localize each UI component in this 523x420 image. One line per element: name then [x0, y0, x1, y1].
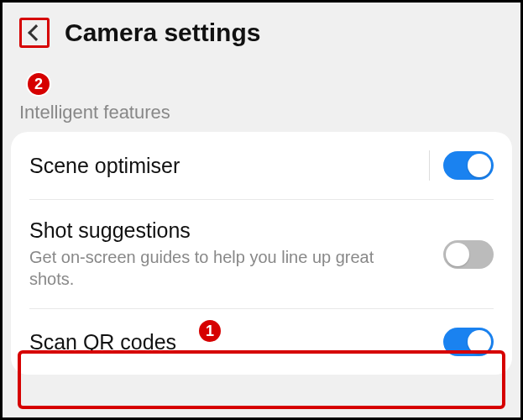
setting-scan-qr-codes[interactable]: Scan QR codes [29, 309, 494, 375]
setting-shot-suggestions[interactable]: Shot suggestions Get on-screen guides to… [29, 200, 494, 309]
toggle-wrap [429, 150, 494, 181]
toggle-scan-qr-codes[interactable] [443, 328, 494, 356]
page-title: Camera settings [65, 18, 260, 47]
toggle-thumb [468, 154, 491, 177]
setting-label: Shot suggestions [29, 218, 443, 243]
header-bar: Camera settings [3, 3, 520, 63]
annotation-badge-2: 2 [26, 71, 51, 97]
toggle-wrap [443, 328, 494, 356]
setting-text: Shot suggestions Get on-screen guides to… [29, 218, 443, 290]
annotation-badge-1: 1 [197, 318, 222, 344]
toggle-shot-suggestions[interactable] [443, 240, 494, 269]
toggle-thumb [468, 330, 491, 354]
back-button[interactable] [19, 18, 50, 48]
setting-label: Scan QR codes [29, 330, 443, 354]
setting-scene-optimiser[interactable]: Scene optimiser [29, 132, 494, 200]
chevron-left-icon [28, 24, 44, 41]
toggle-wrap [443, 240, 494, 269]
setting-text: Scene optimiser [29, 154, 429, 178]
toggle-divider [429, 150, 431, 181]
section-header-intelligent-features: Intelligent features [3, 102, 520, 123]
setting-label: Scene optimiser [29, 154, 429, 178]
setting-text: Scan QR codes [29, 330, 443, 354]
toggle-scene-optimiser[interactable] [443, 151, 494, 180]
setting-description: Get on-screen guides to help you line up… [29, 246, 416, 290]
settings-card: Scene optimiser Shot suggestions Get on-… [11, 132, 512, 375]
toggle-thumb [446, 243, 469, 266]
